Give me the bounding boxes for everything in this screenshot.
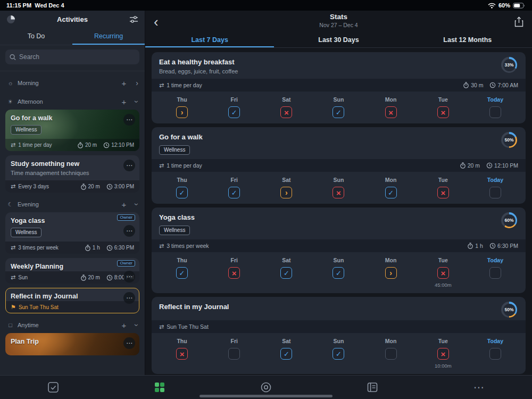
habit-header[interactable]: Yoga classWellness 60%	[152, 207, 526, 239]
day-label: Sun	[334, 338, 344, 344]
day-status-missed[interactable]: ×	[437, 187, 449, 198]
habit-meta: ⇄1 time per day20 m12:10 PM	[152, 159, 526, 172]
add-activity-button[interactable]: +	[122, 321, 127, 330]
day-status-progress[interactable]: ›	[385, 267, 397, 279]
day-status-missed[interactable]: ×	[437, 106, 449, 118]
pie-chart-icon[interactable]	[6, 15, 15, 24]
day-status-empty[interactable]	[489, 267, 501, 279]
progress-ring: 50%	[501, 302, 517, 318]
day-status-done[interactable]: ✓	[176, 187, 188, 198]
chevron-icon[interactable]: ›	[133, 203, 142, 206]
day-column: Fri ✓	[208, 96, 260, 118]
ellipsis-menu-button[interactable]: ⋯	[123, 271, 135, 282]
tab-last-30-days[interactable]: Last 30 Days	[274, 33, 403, 47]
ellipsis-menu-button[interactable]: ⋯	[123, 114, 135, 126]
chevron-icon[interactable]: ›	[133, 324, 142, 327]
sidebar-section-evening[interactable]: ☾ Evening + ›	[0, 197, 145, 211]
day-column: Today	[469, 338, 521, 369]
habit-header[interactable]: Reflect in my Journal 50%	[152, 297, 526, 320]
day-column: Thu ›	[156, 96, 208, 118]
day-column: Sat ✓	[260, 257, 312, 288]
activity-card[interactable]: ⋯Reflect in my Journal⚑Sun Tue Thu Sat	[5, 288, 139, 313]
day-status-progress[interactable]: ›	[176, 106, 188, 118]
day-status-missed[interactable]: ×	[280, 106, 292, 118]
todo-tab[interactable]	[43, 378, 64, 396]
ellipsis-menu-button[interactable]: ⋯	[123, 292, 135, 304]
day-status-done[interactable]: ✓	[228, 187, 240, 198]
day-status-missed[interactable]: ×	[437, 348, 449, 360]
section-name: Anytime	[18, 322, 119, 328]
day-status-done[interactable]: ✓	[280, 348, 292, 360]
habits-grid-tab[interactable]	[149, 378, 170, 396]
day-label: Mon	[385, 177, 397, 183]
add-activity-button[interactable]: +	[122, 200, 127, 209]
day-status-missed[interactable]: ×	[176, 348, 188, 360]
done-icon: ✓	[231, 189, 237, 196]
activity-card[interactable]: ⋯Study something newTime management tech…	[5, 155, 139, 193]
habit-header[interactable]: Eat a healthy breakfastBread, eggs, juic…	[152, 52, 526, 79]
activity-card[interactable]: Owner⋯Yoga classWellness⇄3 times per wee…	[5, 212, 139, 254]
day-label: Thu	[177, 257, 187, 263]
missed-icon: ×	[336, 189, 341, 197]
tab-recurring[interactable]: Recurring	[72, 28, 145, 45]
sidebar-section-morning[interactable]: ☼ Morning + ›	[0, 76, 145, 90]
habit-stats-card: Reflect in my Journal 50%⇄Sun Tue Thu Sa…	[152, 297, 526, 374]
day-status-done[interactable]: ✓	[385, 187, 397, 198]
timer-icon	[463, 82, 469, 88]
day-status-empty[interactable]	[385, 348, 397, 360]
day-column: Sun ✓	[312, 257, 364, 288]
day-label: Sat	[282, 177, 290, 183]
day-label: Mon	[385, 257, 397, 263]
tab-last-7-days[interactable]: Last 7 Days	[145, 33, 274, 47]
day-status-done[interactable]: ✓	[332, 106, 344, 118]
missed-icon: ×	[388, 109, 393, 117]
add-activity-button[interactable]: +	[122, 97, 127, 106]
day-status-empty[interactable]	[489, 106, 501, 118]
day-status-empty[interactable]	[228, 348, 240, 360]
day-status-empty[interactable]	[489, 348, 501, 360]
activity-card[interactable]: ⋯Go for a walkWellness⇄1 time per day20 …	[5, 110, 139, 151]
day-status-missed[interactable]: ×	[332, 187, 344, 198]
activity-meta: ⚑Sun Tue Thu Sat	[5, 301, 139, 313]
day-status-missed[interactable]: ×	[385, 106, 397, 118]
day-status-missed[interactable]: ×	[228, 267, 240, 279]
focus-tab[interactable]	[255, 378, 277, 396]
sidebar-section-afternoon[interactable]: ☀ Afternoon + ›	[0, 95, 145, 109]
day-status-missed[interactable]: ×	[437, 267, 449, 279]
day-status-progress[interactable]: ›	[280, 187, 292, 198]
missed-icon: ×	[232, 269, 237, 277]
home-indicator[interactable]	[200, 395, 332, 397]
search-box[interactable]	[5, 49, 139, 64]
tab-last-12-months[interactable]: Last 12 Months	[403, 33, 532, 47]
chevron-icon[interactable]: ›	[133, 101, 142, 103]
stats-list: Eat a healthy breakfastBread, eggs, juic…	[145, 48, 532, 375]
day-status-done[interactable]: ✓	[280, 267, 292, 279]
day-status-done[interactable]: ✓	[332, 267, 344, 279]
add-activity-button[interactable]: +	[122, 79, 127, 88]
day-status-done[interactable]: ✓	[332, 348, 344, 360]
chevron-icon[interactable]: ›	[136, 79, 138, 87]
sidebar-section-anytime[interactable]: □ Anytime + ›	[0, 318, 145, 332]
back-button[interactable]: ‹	[154, 16, 159, 27]
scheduled-time: 12:10 PM	[486, 162, 518, 169]
activity-card[interactable]: Owner⋯Weekly Planning⇄Sun20 m8:00 PM	[5, 258, 139, 284]
day-column: Sun ✓	[312, 338, 364, 369]
filter-icon[interactable]	[129, 15, 138, 23]
sunrise-icon: ☼	[6, 80, 14, 86]
day-column: Mon	[365, 338, 417, 369]
ellipsis-menu-button[interactable]: ⋯	[123, 225, 135, 237]
more-tab[interactable]: ⋯	[468, 378, 489, 396]
ellipsis-menu-button[interactable]: ⋯	[123, 160, 135, 171]
day-status-done[interactable]: ✓	[176, 267, 188, 279]
day-status-empty[interactable]	[489, 187, 501, 198]
tab-to-do[interactable]: To Do	[0, 28, 72, 45]
day-note: 10:00m	[435, 363, 452, 369]
activity-card[interactable]: ⋯Plan Trip	[5, 333, 139, 355]
share-icon[interactable]	[514, 16, 523, 27]
day-status-done[interactable]: ✓	[228, 106, 240, 118]
repeat-icon: ⇄	[11, 183, 15, 190]
habit-header[interactable]: Go for a walkWellness 50%	[152, 127, 526, 159]
search-input[interactable]	[19, 53, 135, 61]
journal-tab[interactable]	[362, 378, 383, 396]
ellipsis-menu-button[interactable]: ⋯	[123, 337, 135, 349]
